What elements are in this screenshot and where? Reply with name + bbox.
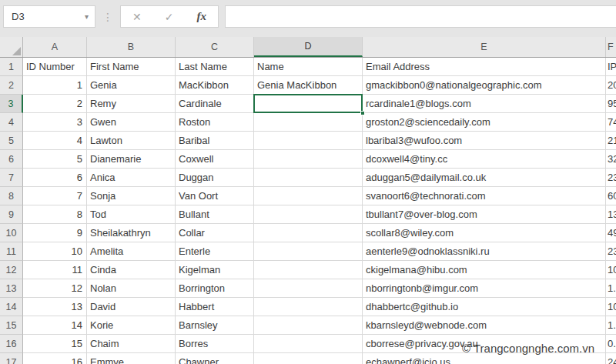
cell-A11[interactable]: 10 xyxy=(23,242,87,261)
cell-A10[interactable]: 9 xyxy=(23,224,87,242)
column-header-D[interactable]: D xyxy=(254,37,363,57)
cell-E5[interactable]: lbaribal3@wufoo.com xyxy=(363,132,606,150)
column-header-E[interactable]: E xyxy=(363,37,606,57)
cell-F14[interactable]: 10 xyxy=(606,298,616,316)
cell-E9[interactable]: tbullant7@over-blog.com xyxy=(363,205,606,224)
cell-A7[interactable]: 6 xyxy=(23,169,87,187)
cancel-icon[interactable]: ✕ xyxy=(132,11,142,23)
cell-F13[interactable]: 1.1 xyxy=(606,279,616,298)
row-header-9[interactable]: 9 xyxy=(0,205,23,224)
cell-F6[interactable]: 32 xyxy=(606,150,616,169)
cell-D14[interactable] xyxy=(254,298,363,316)
cell-A4[interactable]: 3 xyxy=(23,113,87,132)
cell-B5[interactable]: Lawton xyxy=(87,132,176,150)
cell-D17[interactable] xyxy=(254,353,363,364)
cell-A17[interactable]: 16 xyxy=(23,353,87,364)
row-header-3[interactable]: 3 xyxy=(0,95,23,113)
cell-C3[interactable]: Cardinale xyxy=(176,95,254,113)
cell-B3[interactable]: Remy xyxy=(87,95,176,113)
cell-A1[interactable]: ID Number xyxy=(23,58,87,76)
cell-A8[interactable]: 7 xyxy=(23,187,87,205)
cell-C13[interactable]: Borrington xyxy=(176,279,254,298)
cell-A6[interactable]: 5 xyxy=(23,150,87,169)
cell-B12[interactable]: Cinda xyxy=(87,261,176,279)
cell-E13[interactable]: nborringtonb@imgur.com xyxy=(363,279,606,298)
row-header-11[interactable]: 11 xyxy=(0,242,23,261)
formula-bar-resize-handle[interactable]: ⋮ xyxy=(95,5,120,28)
cell-D8[interactable] xyxy=(254,187,363,205)
insert-function-icon[interactable]: fx xyxy=(196,10,206,23)
row-header-15[interactable]: 15 xyxy=(0,316,23,335)
cell-F15[interactable]: 1.1 xyxy=(606,316,616,335)
cell-E2[interactable]: gmackibbon0@nationalgeographic.com xyxy=(363,76,606,95)
cell-E12[interactable]: ckigelmana@hibu.com xyxy=(363,261,606,279)
cell-B16[interactable]: Chaim xyxy=(87,335,176,353)
cell-F1[interactable]: IP xyxy=(606,58,616,76)
cell-D16[interactable] xyxy=(254,335,363,353)
row-header-4[interactable]: 4 xyxy=(0,113,23,132)
cell-B11[interactable]: Amelita xyxy=(87,242,176,261)
row-header-10[interactable]: 10 xyxy=(0,224,23,242)
cell-C17[interactable]: Chawner xyxy=(176,353,254,364)
cell-B17[interactable]: Emmye xyxy=(87,353,176,364)
cell-C9[interactable]: Bullant xyxy=(176,205,254,224)
cell-E11[interactable]: aenterle9@odnoklassniki.ru xyxy=(363,242,606,261)
cell-A12[interactable]: 11 xyxy=(23,261,87,279)
cell-F5[interactable]: 21 xyxy=(606,132,616,150)
cell-D3[interactable] xyxy=(254,95,363,113)
row-header-5[interactable]: 5 xyxy=(0,132,23,150)
cell-D4[interactable] xyxy=(254,113,363,132)
cell-E17[interactable]: echawnerf@icio.us xyxy=(363,353,606,364)
cell-B4[interactable]: Gwen xyxy=(87,113,176,132)
row-header-14[interactable]: 14 xyxy=(0,298,23,316)
cell-D13[interactable] xyxy=(254,279,363,298)
cell-E7[interactable]: aduggan5@dailymail.co.uk xyxy=(363,169,606,187)
cell-F12[interactable]: 10 xyxy=(606,261,616,279)
cell-D7[interactable] xyxy=(254,169,363,187)
cell-B9[interactable]: Tod xyxy=(87,205,176,224)
cell-F9[interactable]: 13 xyxy=(606,205,616,224)
cell-F10[interactable]: 49 xyxy=(606,224,616,242)
cell-E8[interactable]: svanoort6@technorati.com xyxy=(363,187,606,205)
row-header-2[interactable]: 2 xyxy=(0,76,23,95)
cell-E14[interactable]: dhabbertc@github.io xyxy=(363,298,606,316)
row-header-12[interactable]: 12 xyxy=(0,261,23,279)
cell-B14[interactable]: David xyxy=(87,298,176,316)
cell-C16[interactable]: Borres xyxy=(176,335,254,353)
enter-icon[interactable]: ✓ xyxy=(165,11,174,23)
cell-D9[interactable] xyxy=(254,205,363,224)
cell-C2[interactable]: MacKibbon xyxy=(176,76,254,95)
cell-A2[interactable]: 1 xyxy=(23,76,87,95)
row-header-17[interactable]: 17 xyxy=(0,353,23,364)
column-header-F[interactable]: F xyxy=(606,37,616,57)
row-header-16[interactable]: 16 xyxy=(0,335,23,353)
cell-D11[interactable] xyxy=(254,242,363,261)
row-header-6[interactable]: 6 xyxy=(0,150,23,169)
cell-A16[interactable]: 15 xyxy=(23,335,87,353)
cell-E10[interactable]: scollar8@wiley.com xyxy=(363,224,606,242)
cell-B2[interactable]: Genia xyxy=(87,76,176,95)
cell-F11[interactable]: 23 xyxy=(606,242,616,261)
row-header-7[interactable]: 7 xyxy=(0,169,23,187)
cell-E6[interactable]: dcoxwell4@tiny.cc xyxy=(363,150,606,169)
name-box[interactable]: D3 ▾ xyxy=(3,5,95,28)
chevron-down-icon[interactable]: ▾ xyxy=(85,12,89,21)
row-header-1[interactable]: 1 xyxy=(0,58,23,76)
cell-A15[interactable]: 14 xyxy=(23,316,87,335)
cell-D10[interactable] xyxy=(254,224,363,242)
cell-E3[interactable]: rcardinale1@blogs.com xyxy=(363,95,606,113)
row-header-13[interactable]: 13 xyxy=(0,279,23,298)
cell-F4[interactable]: 74 xyxy=(606,113,616,132)
cell-C5[interactable]: Baribal xyxy=(176,132,254,150)
cell-C11[interactable]: Enterle xyxy=(176,242,254,261)
column-header-C[interactable]: C xyxy=(176,37,254,57)
cell-F3[interactable]: 95 xyxy=(606,95,616,113)
cell-D6[interactable] xyxy=(254,150,363,169)
cell-A9[interactable]: 8 xyxy=(23,205,87,224)
cell-C6[interactable]: Coxwell xyxy=(176,150,254,169)
cell-F2[interactable]: 20 xyxy=(606,76,616,95)
column-header-A[interactable]: A xyxy=(23,37,87,57)
cell-A14[interactable]: 13 xyxy=(23,298,87,316)
cell-C7[interactable]: Duggan xyxy=(176,169,254,187)
cell-B6[interactable]: Dianemarie xyxy=(87,150,176,169)
